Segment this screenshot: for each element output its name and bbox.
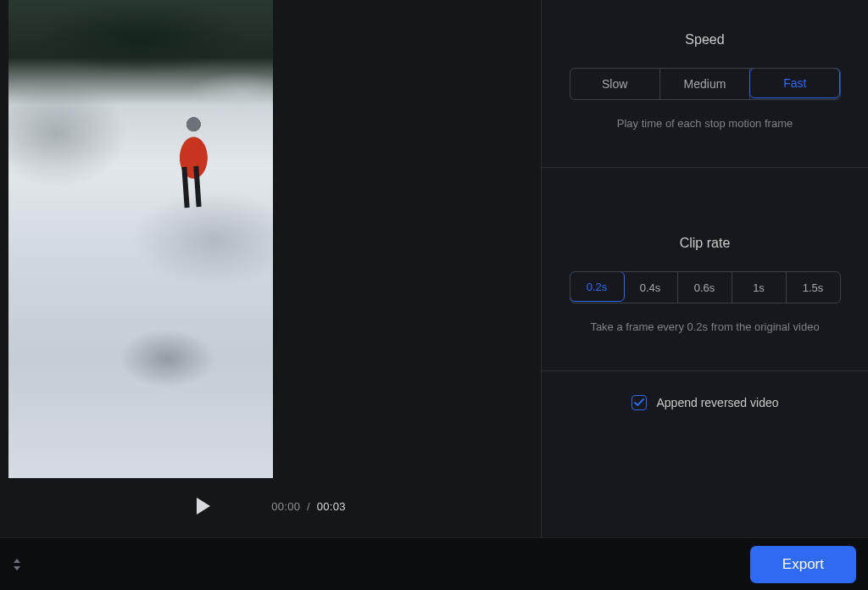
clip-rate-options: 0.2s0.4s0.6s1s1.5s xyxy=(570,271,841,303)
speed-section: Speed SlowMediumFast Play time of each s… xyxy=(542,0,868,168)
clip-rate-option[interactable]: 0.6s xyxy=(678,272,732,303)
speed-title: Speed xyxy=(685,32,724,47)
transport-bar: 00:00 / 00:03 xyxy=(0,490,541,522)
clip-rate-section: Clip rate 0.2s0.4s0.6s1s1.5s Take a fram… xyxy=(542,168,868,371)
speed-option[interactable]: Slow xyxy=(570,69,660,99)
clip-rate-option[interactable]: 0.2s xyxy=(570,271,625,302)
current-time: 00:00 xyxy=(271,500,300,513)
video-thumbnail[interactable] xyxy=(8,0,273,478)
append-checkbox[interactable] xyxy=(632,395,647,410)
timecode: 00:00 / 00:03 xyxy=(271,500,346,513)
clip-rate-option[interactable]: 0.4s xyxy=(624,272,678,303)
preview-pane: 00:00 / 00:03 xyxy=(0,0,541,537)
check-icon xyxy=(634,398,644,407)
app-root: 00:00 / 00:03 Speed SlowMediumFast Play … xyxy=(0,0,868,590)
clip-rate-title: Clip rate xyxy=(680,236,731,251)
export-button[interactable]: Export xyxy=(750,546,856,583)
speed-option[interactable]: Fast xyxy=(749,68,840,98)
total-time: 00:03 xyxy=(317,500,346,513)
time-separator: / xyxy=(307,500,310,513)
settings-panel: Speed SlowMediumFast Play time of each s… xyxy=(541,0,868,537)
speed-option[interactable]: Medium xyxy=(660,69,750,99)
video-area xyxy=(0,0,541,478)
append-row: Append reversed video xyxy=(542,371,868,434)
clip-rate-option[interactable]: 1.5s xyxy=(787,272,840,303)
resize-icon xyxy=(13,559,21,571)
play-button[interactable] xyxy=(195,497,212,515)
speed-options: SlowMediumFast xyxy=(570,68,841,100)
append-label: Append reversed video xyxy=(657,396,779,409)
resize-handle[interactable] xyxy=(8,559,25,571)
play-icon xyxy=(195,497,212,515)
speed-hint: Play time of each stop motion frame xyxy=(617,117,793,130)
clip-rate-option[interactable]: 1s xyxy=(732,272,787,303)
clip-rate-hint: Take a frame every 0.2s from the origina… xyxy=(590,320,819,333)
bottom-bar: Export xyxy=(0,537,868,590)
main-area: 00:00 / 00:03 Speed SlowMediumFast Play … xyxy=(0,0,868,537)
